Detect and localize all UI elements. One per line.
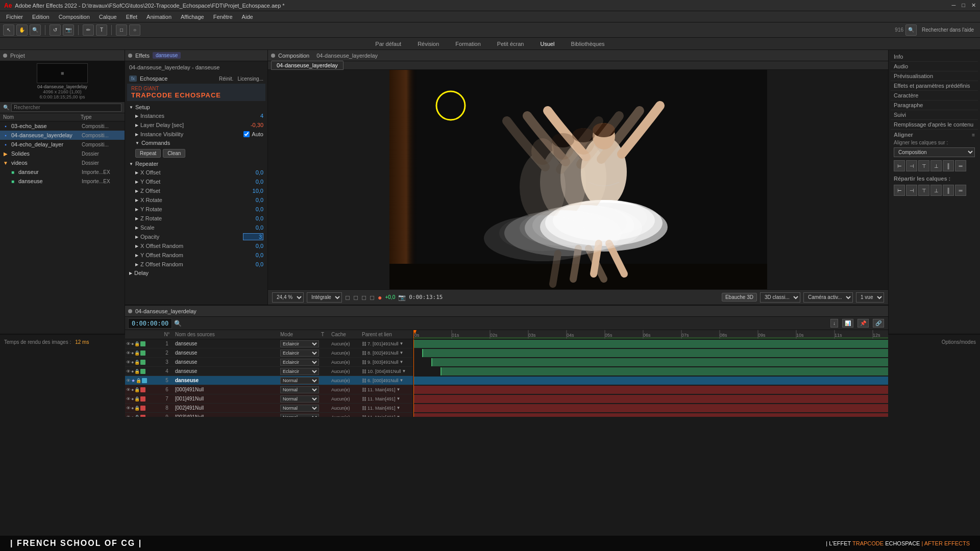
val-yrotate[interactable]: 0,0 <box>243 206 263 212</box>
layer-row-7[interactable]: 👁 ● 🔒 7 [001]491Null Normal Aucun(e) <box>125 394 413 404</box>
zoom-select[interactable]: 24,4 % <box>272 292 304 303</box>
repeat-btn[interactable]: Repeat <box>135 149 161 158</box>
restore-btn[interactable]: □ <box>962 2 965 9</box>
tool-text[interactable]: T <box>96 24 107 36</box>
reinit-btn[interactable]: Réinit. <box>219 76 233 82</box>
workspace-usuel[interactable]: Usuel <box>536 40 558 48</box>
param-value-instances[interactable]: 4 <box>243 113 263 119</box>
tool-shape-ellipse[interactable]: ○ <box>129 24 140 36</box>
project-item-7[interactable]: ■ danseuse Importe...EX <box>0 177 125 186</box>
layer-3-mode-select[interactable]: Eclaircir <box>280 359 319 366</box>
layer-row-9[interactable]: 👁 ● 🔒 9 [003]491Null Normal Aucun(e) <box>125 413 413 417</box>
align-right-btn[interactable]: ⊤ <box>918 160 929 171</box>
layer-1-mode-select[interactable]: Eclaircir <box>280 340 319 347</box>
tool-zoom[interactable]: 🔍 <box>30 24 41 36</box>
param-yrotate[interactable]: ▶ Y Rotate 0,0 <box>127 205 265 214</box>
layer-9-expand[interactable]: ▼ <box>397 415 401 417</box>
param-instances[interactable]: ▶ Instances 4 <box>127 111 265 120</box>
layer-9-mode-select[interactable]: Normal <box>280 414 319 417</box>
right-tracking[interactable]: Suivi <box>891 110 978 120</box>
val-zrotate[interactable]: 0,0 <box>243 215 263 221</box>
tool-camera[interactable]: 📷 <box>63 24 74 36</box>
layer-row-5[interactable]: 👁 ★ 🔒 5 danseuse Normal Aucun(e) <box>125 376 413 385</box>
search-timeline-btn[interactable]: 🔍 <box>174 320 182 327</box>
layer-row-3[interactable]: 👁 ● 🔒 3 danseuse Eclaircir Aucun(e) <box>125 358 413 367</box>
close-btn[interactable]: ✕ <box>971 2 976 9</box>
workspace-pardefaut[interactable]: Par défaut <box>371 40 405 48</box>
project-item-3[interactable]: ▪ 04-echo_delay_layer Compositi... <box>0 140 125 149</box>
align-left-btn[interactable]: ⊢ <box>894 160 905 171</box>
workspace-formation[interactable]: Formation <box>451 40 485 48</box>
right-fill[interactable]: Remplissage d'après le contenu <box>891 120 978 130</box>
layer-2-eye[interactable]: 👁 <box>126 350 131 356</box>
pin-btn[interactable]: 📌 <box>857 319 869 328</box>
param-zrotate[interactable]: ▶ Z Rotate 0,0 <box>127 214 265 223</box>
val-xoffrand[interactable]: 0,0 <box>243 243 263 249</box>
layer-row-4[interactable]: 👁 ● 🔒 4 danseuse Eclaircir Aucun(e) <box>125 367 413 376</box>
tool-pen[interactable]: ✏ <box>83 24 94 36</box>
layer-8-solo[interactable]: ● <box>131 406 134 411</box>
timecode-edit[interactable]: 0:00:00:00 <box>128 318 172 329</box>
project-item-1[interactable]: ▪ 03-echo_base Compositi... <box>0 121 125 131</box>
minimize-btn[interactable]: ─ <box>952 2 956 9</box>
param-xoffset-rand[interactable]: ▶ X Offset Random 0,0 <box>127 241 265 251</box>
layer-4-lock[interactable]: 🔒 <box>134 369 140 374</box>
project-item-6[interactable]: ■ danseur Importe...EX <box>0 167 125 177</box>
renderer-btn[interactable]: Ebauche 3D <box>722 293 757 302</box>
layer-7-expand[interactable]: ▼ <box>397 396 401 401</box>
layer-2-mode-select[interactable]: Eclaircir <box>280 349 319 357</box>
layer-8-eye[interactable]: 👁 <box>126 406 131 411</box>
search-btn[interactable]: 🔍 <box>905 24 917 36</box>
param-zoffset[interactable]: ▶ Z Offset 10,0 <box>127 186 265 195</box>
menu-fenetre[interactable]: Fenêtre <box>209 13 237 21</box>
val-xrotate[interactable]: 0,0 <box>243 197 263 203</box>
right-preview[interactable]: Prévisualisation <box>891 71 978 81</box>
layer-5-solo[interactable]: ★ <box>131 378 135 383</box>
tool-hand[interactable]: ✋ <box>16 24 28 36</box>
layer-9-solo[interactable]: ● <box>131 415 134 417</box>
layer-9-lock[interactable]: 🔒 <box>134 415 140 417</box>
comp-tab-main[interactable]: 04-danseuse_layerdelay <box>271 61 344 70</box>
layer-6-mode-select[interactable]: Normal <box>280 386 319 393</box>
param-visibility[interactable]: ▶ Instance Visibility Auto <box>127 130 265 139</box>
param-yoffset-rand[interactable]: ▶ Y Offset Random 0,0 <box>127 251 265 260</box>
tool-shape-rect[interactable]: □ <box>116 24 127 36</box>
layer-row-2[interactable]: 👁 ● 🔒 2 danseuse Eclaircir Aucun(e) <box>125 348 413 358</box>
clips-area[interactable] <box>413 339 888 417</box>
menu-composition[interactable]: Composition <box>55 13 94 21</box>
graph-btn[interactable]: 📊 <box>842 319 853 328</box>
val-yoffset[interactable]: 0,0 <box>243 179 263 185</box>
layer-1-eye[interactable]: 👁 <box>126 341 131 346</box>
right-audio[interactable]: Audio <box>891 62 978 71</box>
layer-4-expand[interactable]: ▼ <box>402 369 406 373</box>
right-info[interactable]: Info <box>891 52 978 62</box>
menu-fichier[interactable]: Fichier <box>2 13 27 21</box>
layer-5-mode-select[interactable]: Normal <box>280 377 319 384</box>
render-mode-select[interactable]: 3D classi... <box>760 292 800 303</box>
layer-5-expand[interactable]: ▼ <box>400 378 404 383</box>
layer-row-6[interactable]: 👁 ● 🔒 6 [000]491Null Normal Aucun(e) <box>125 385 413 394</box>
camera-select[interactable]: Caméra activ... <box>803 292 853 303</box>
align-top-btn[interactable]: ⊥ <box>930 160 942 171</box>
right-effects[interactable]: Effets et paramètres prédéfinis <box>891 81 978 91</box>
align-options-btn[interactable]: ≡ <box>972 132 975 138</box>
align-bottom-btn[interactable]: ═ <box>955 160 966 171</box>
param-value-layerdelay[interactable]: -0,30 <box>243 122 263 128</box>
workspace-bibliotheques[interactable]: Bibliothèques <box>567 40 609 48</box>
effect-echospace-row[interactable]: fx Echospace Réinit. Licensing... <box>127 73 265 84</box>
layer-3-lock[interactable]: 🔒 <box>134 360 140 365</box>
layer-5-eye[interactable]: 👁 <box>126 378 131 383</box>
align-hcenter-btn[interactable]: ⊣ <box>906 160 917 171</box>
menu-aide[interactable]: Aide <box>238 13 257 21</box>
layer-1-expand[interactable]: ▼ <box>400 341 404 346</box>
viewer-area[interactable] <box>268 70 888 289</box>
menu-affichage[interactable]: Affichage <box>177 13 208 21</box>
align-vcenter-btn[interactable]: ║ <box>943 160 954 171</box>
param-xrotate[interactable]: ▶ X Rotate 0,0 <box>127 195 265 205</box>
layer-3-expand[interactable]: ▼ <box>400 360 404 364</box>
layer-2-lock[interactable]: 🔒 <box>134 350 140 356</box>
layer-4-eye[interactable]: 👁 <box>126 369 131 374</box>
layer-8-lock[interactable]: 🔒 <box>134 406 140 411</box>
val-yoffrand[interactable]: 0,0 <box>243 252 263 258</box>
link-btn[interactable]: 🔗 <box>873 319 884 328</box>
